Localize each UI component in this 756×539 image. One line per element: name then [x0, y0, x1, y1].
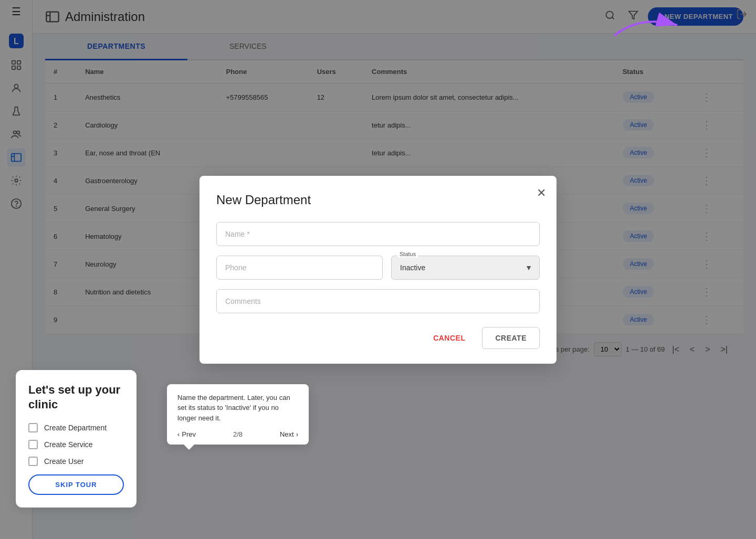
tooltip-page: 2/8: [233, 430, 243, 438]
tooltip-arrow: [184, 445, 194, 450]
setup-panel: Let's set up your clinic Create Departme…: [16, 370, 136, 508]
status-label: Status: [397, 251, 418, 257]
logout-icon[interactable]: [736, 8, 748, 23]
new-department-modal: New Department ✕ Status Inactive Active …: [200, 176, 556, 364]
arrow-annotation: [609, 9, 682, 43]
status-field-wrapper: Status Inactive Active ▼: [391, 256, 540, 280]
create-department-checkbox[interactable]: [28, 423, 38, 432]
create-button[interactable]: CREATE: [482, 327, 540, 349]
modal-close-button[interactable]: ✕: [537, 186, 546, 200]
setup-item-department: Create Department: [28, 423, 124, 432]
modal-title: New Department: [216, 193, 540, 207]
department-comments-input[interactable]: [216, 289, 540, 313]
skip-tour-button[interactable]: SKIP TOUR: [28, 474, 124, 495]
department-name-input[interactable]: [216, 222, 540, 246]
department-status-select[interactable]: Inactive Active: [391, 256, 540, 280]
tooltip-prev-button[interactable]: ‹ Prev: [177, 430, 196, 438]
create-department-label: Create Department: [44, 424, 107, 432]
tooltip: Name the department. Later, you can set …: [167, 384, 309, 445]
tooltip-text: Name the department. Later, you can set …: [177, 393, 298, 424]
tooltip-navigation: ‹ Prev 2/8 Next ›: [177, 430, 298, 438]
create-user-checkbox[interactable]: [28, 457, 38, 466]
create-user-label: Create User: [44, 457, 83, 466]
setup-item-user: Create User: [28, 457, 124, 466]
setup-title: Let's set up your clinic: [28, 383, 124, 413]
department-phone-input[interactable]: [216, 256, 383, 280]
setup-item-service: Create Service: [28, 440, 124, 449]
modal-actions: CANCEL CREATE: [216, 327, 540, 349]
create-service-checkbox[interactable]: [28, 440, 38, 449]
tooltip-prev-label: Prev: [182, 430, 196, 438]
modal-row: Status Inactive Active ▼: [216, 256, 540, 280]
tooltip-next-button[interactable]: Next ›: [280, 430, 298, 438]
tooltip-next-label: Next: [280, 430, 294, 438]
cancel-button[interactable]: CANCEL: [423, 327, 476, 349]
create-service-label: Create Service: [44, 440, 93, 449]
